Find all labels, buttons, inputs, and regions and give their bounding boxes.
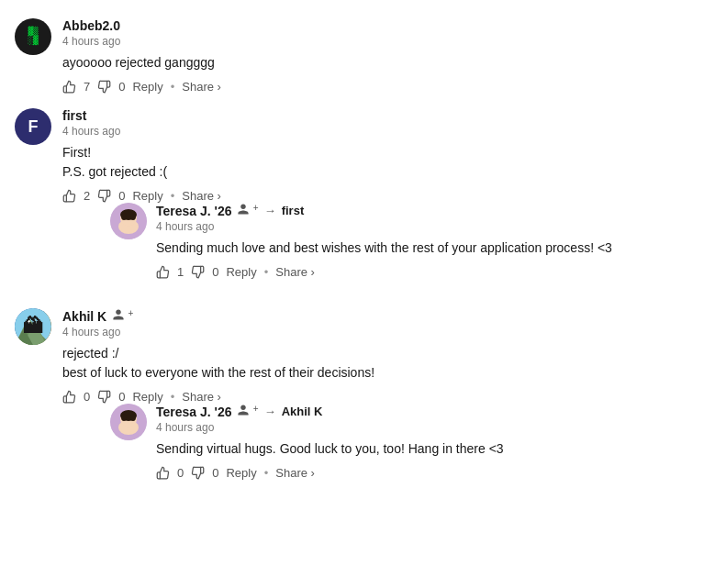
upvote-count-akhil: 0 <box>84 390 90 404</box>
upvote-first[interactable] <box>62 189 76 203</box>
reply-arrow-teresa-akhil: → <box>264 405 276 418</box>
username-abbeb: Abbeb2.0 <box>62 18 120 33</box>
comment-body-teresa-first: Teresa J. '26 + → first 4 hours ago <box>156 203 700 279</box>
person-badge-teresa-akhil: + <box>237 404 258 419</box>
downvote-abbeb[interactable] <box>97 80 111 94</box>
comment-body-abbeb: Abbeb2.0 4 hours ago ayooooo rejected ga… <box>62 18 700 94</box>
thumbup-icon-tf <box>156 265 170 279</box>
timestamp-teresa-first: 4 hours ago <box>156 220 700 233</box>
person-badge-akhil: + <box>112 308 133 324</box>
downvote-first[interactable] <box>97 189 111 203</box>
comment-abbeb: ▓▒░▓ Abbeb2.0 4 hours ago ayooooo reject… <box>15 18 700 94</box>
comment-text-akhil: rejected :/best of luck to everyone with… <box>62 344 700 383</box>
mountain-avatar-svg <box>15 308 51 345</box>
person-icon-ta <box>237 404 250 416</box>
dot-sep-first: • <box>171 189 175 203</box>
dot-sep-tf: • <box>264 265 269 279</box>
comment-body-first: first 4 hours ago First!P.S. got rejecte… <box>62 108 700 294</box>
upvote-teresa-akhil[interactable] <box>156 466 170 480</box>
share-btn-first[interactable]: Share › <box>182 189 221 203</box>
comment-header-teresa-first: Teresa J. '26 + → first <box>156 203 700 218</box>
nested-comment-teresa-akhil: Teresa J. '26 + → Akhil K 4 hours ago <box>110 404 700 480</box>
thumbdown-icon-akhil <box>97 390 111 404</box>
thumbdown-icon-ta <box>191 466 205 480</box>
svg-point-17 <box>130 414 136 421</box>
upvote-count-first: 2 <box>84 189 90 203</box>
share-btn-abbeb[interactable]: Share › <box>182 80 221 94</box>
timestamp-akhil: 4 hours ago <box>62 326 700 338</box>
comment-text-abbeb: ayooooo rejected gangggg <box>62 53 700 72</box>
dot-sep-akhil: • <box>171 390 175 404</box>
nested-replies-first: Teresa J. '26 + → first 4 hours ago <box>110 203 700 279</box>
upvote-count-ta: 0 <box>177 466 184 480</box>
comment-actions-teresa-first: 1 0 Reply • Share › <box>156 265 700 279</box>
thumbdown-icon-tf <box>191 265 205 279</box>
downvote-teresa-akhil[interactable] <box>191 466 205 480</box>
comment-text-first: First!P.S. got rejected :( <box>62 143 700 182</box>
comment-actions-first: 2 0 Reply • Share › <box>62 189 700 203</box>
teresa-avatar-svg-akhil <box>110 404 147 440</box>
person-icon-akhil <box>112 308 125 321</box>
comment-thread: ▓▒░▓ Abbeb2.0 4 hours ago ayooooo reject… <box>15 11 700 516</box>
username-teresa-first: Teresa J. '26 <box>156 204 231 218</box>
thumbup-icon-first <box>62 189 76 203</box>
upvote-abbeb[interactable] <box>62 80 76 94</box>
reply-target-teresa-first: first <box>282 204 305 217</box>
upvote-akhil[interactable] <box>62 390 76 404</box>
thumbup-icon-ta <box>156 466 170 480</box>
svg-marker-10 <box>26 317 31 325</box>
downvote-akhil[interactable] <box>97 390 111 404</box>
comment-header-abbeb: Abbeb2.0 <box>62 18 700 33</box>
comment-text-teresa-first: Sending much love and best wishes with t… <box>156 239 700 258</box>
reply-btn-abbeb[interactable]: Reply <box>132 80 162 94</box>
svg-marker-11 <box>32 319 38 327</box>
upvote-teresa-first[interactable] <box>156 265 170 279</box>
svg-point-4 <box>121 213 127 220</box>
username-teresa-akhil: Teresa J. '26 <box>156 405 231 419</box>
avatar-abbeb: ▓▒░▓ <box>15 18 51 55</box>
upvote-count-tf: 1 <box>177 265 184 279</box>
svg-point-16 <box>121 414 127 421</box>
comment-header-akhil: Akhil K + <box>62 308 700 324</box>
reply-btn-teresa-first[interactable]: Reply <box>226 265 256 279</box>
username-akhil: Akhil K <box>62 309 106 324</box>
avatar-first: F <box>15 108 51 145</box>
timestamp-first: 4 hours ago <box>62 125 700 138</box>
avatar-letter-first: F <box>28 117 39 137</box>
comment-actions-akhil: 0 0 Reply • Share › <box>62 390 700 404</box>
timestamp-teresa-akhil: 4 hours ago <box>156 421 700 434</box>
comment-body-teresa-akhil: Teresa J. '26 + → Akhil K 4 hours ago <box>156 404 700 480</box>
dot-sep-abbeb: • <box>171 80 175 94</box>
reply-btn-akhil[interactable]: Reply <box>132 390 162 404</box>
avatar-akhil <box>15 308 51 345</box>
downvote-count-tf: 0 <box>212 265 218 279</box>
username-first: first <box>62 108 86 123</box>
downvote-count-akhil: 0 <box>118 390 125 404</box>
teresa-avatar-svg <box>110 203 147 239</box>
reply-btn-teresa-akhil[interactable]: Reply <box>226 466 256 480</box>
comment-actions-abbeb: 7 0 Reply • Share › <box>62 80 700 94</box>
share-btn-teresa-first[interactable]: Share › <box>275 265 315 279</box>
share-btn-akhil[interactable]: Share › <box>182 390 221 404</box>
reply-arrow-teresa-first: → <box>264 204 276 217</box>
comment-body-akhil: Akhil K + 4 hours ago rejected :/best of… <box>62 308 700 494</box>
comment-header-teresa-akhil: Teresa J. '26 + → Akhil K <box>156 404 700 419</box>
comment-first: F first 4 hours ago First!P.S. got rejec… <box>15 108 700 294</box>
svg-point-5 <box>130 213 136 220</box>
downvote-teresa-first[interactable] <box>191 265 205 279</box>
comment-akhil: Akhil K + 4 hours ago rejected :/best of… <box>15 308 700 494</box>
avatar-teresa-first <box>110 203 147 239</box>
nested-comment-teresa-first: Teresa J. '26 + → first 4 hours ago <box>110 203 700 279</box>
thumbup-icon <box>62 80 76 94</box>
thumbdown-icon <box>97 80 111 94</box>
timestamp-abbeb: 4 hours ago <box>62 35 700 48</box>
thumbup-icon-akhil <box>62 390 76 404</box>
nested-replies-akhil: Teresa J. '26 + → Akhil K 4 hours ago <box>110 404 700 480</box>
dot-sep-ta: • <box>264 466 269 480</box>
reply-target-teresa-akhil: Akhil K <box>282 405 323 418</box>
reply-btn-first[interactable]: Reply <box>132 189 162 203</box>
downvote-count-abbeb: 0 <box>118 80 125 94</box>
share-btn-teresa-akhil[interactable]: Share › <box>275 466 315 480</box>
upvote-count-abbeb: 7 <box>84 80 90 94</box>
person-icon-teresa-first <box>237 203 250 216</box>
